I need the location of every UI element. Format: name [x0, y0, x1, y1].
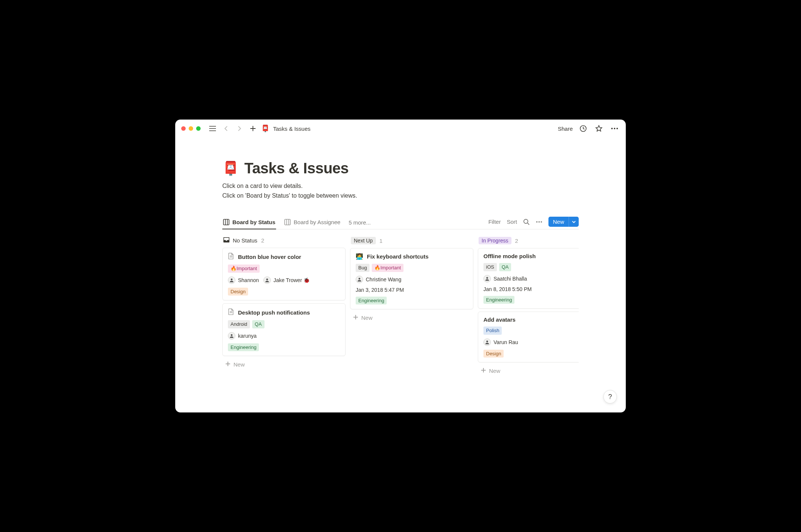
- svg-point-9: [616, 128, 618, 129]
- svg-point-27: [231, 334, 233, 336]
- close-window-button[interactable]: [181, 126, 186, 131]
- tag: 🔥Important: [372, 264, 403, 272]
- card-tags: 🔥Important: [228, 265, 340, 273]
- page-icon[interactable]: 📮: [222, 161, 239, 176]
- card-people: Saatchi Bhalla: [483, 275, 579, 282]
- person: Jake Trower 🐞: [263, 276, 310, 284]
- board-card[interactable]: Add avatarsPolishVarun RauDesign: [478, 312, 579, 362]
- avatar: [483, 338, 491, 346]
- card-title: Button blue hover color: [238, 254, 301, 260]
- person-name: Varun Rau: [494, 339, 518, 345]
- tag: Engineering: [483, 296, 514, 304]
- person-name: Christine Wang: [366, 276, 401, 282]
- board-card[interactable]: Button blue hover color🔥ImportantShannon…: [222, 248, 346, 300]
- view-tab-board-status[interactable]: Board by Status: [222, 216, 276, 229]
- new-card-button[interactable]: New: [478, 365, 579, 376]
- help-button[interactable]: ?: [603, 390, 617, 403]
- new-card-button[interactable]: New: [222, 359, 346, 370]
- card-date: Jan 8, 2018 5:50 PM: [483, 286, 579, 292]
- view-tab-label: Board by Assignee: [294, 219, 340, 225]
- card-tags: iOSQA: [483, 263, 579, 271]
- page-description-line[interactable]: Click on a card to view details.: [222, 181, 579, 191]
- sort-button[interactable]: Sort: [507, 219, 517, 225]
- maximize-window-button[interactable]: [196, 126, 201, 131]
- person: karunya: [228, 332, 257, 340]
- avatar: [263, 276, 271, 284]
- sidebar-toggle-button[interactable]: [207, 123, 218, 134]
- tag: QA: [252, 320, 265, 328]
- page-doc-icon: [228, 308, 234, 316]
- tag: Bug: [356, 264, 369, 272]
- new-card-label: New: [361, 315, 372, 321]
- breadcrumb-icon: 📮: [261, 124, 269, 133]
- card-title: Add avatars: [483, 316, 516, 323]
- page-title[interactable]: Tasks & Issues: [244, 160, 349, 177]
- share-button[interactable]: Share: [558, 126, 573, 132]
- tag: Engineering: [228, 343, 259, 352]
- app-window: 📮 Tasks & Issues Share 📮 Tasks & Issues …: [175, 120, 626, 412]
- tag: Engineering: [356, 297, 387, 305]
- svg-point-8: [614, 128, 615, 129]
- view-controls: Filter Sort New: [488, 217, 579, 227]
- column-header[interactable]: No Status2: [222, 237, 346, 244]
- column-count: 1: [380, 238, 383, 244]
- svg-point-16: [524, 219, 528, 223]
- card-title: Offline mode polish: [483, 253, 536, 259]
- view-tab-label: Board by Status: [232, 219, 275, 225]
- nav-forward-button[interactable]: [234, 123, 245, 134]
- card-tags: Polish: [483, 327, 579, 335]
- view-tab-board-assignee[interactable]: Board by Assignee: [284, 216, 341, 229]
- plus-icon: [481, 368, 486, 374]
- tag: Polish: [483, 327, 502, 335]
- board-card[interactable]: 👩‍💻Fix keyboard shortcutsBug🔥ImportantCh…: [350, 248, 473, 309]
- new-page-button[interactable]: [248, 123, 258, 134]
- column-header[interactable]: Next Up1: [350, 237, 473, 244]
- page-doc-icon: [228, 253, 234, 261]
- card-people: karunya: [228, 332, 340, 340]
- page-header: 📮 Tasks & Issues Click on a card to view…: [222, 137, 579, 207]
- board-icon: [223, 219, 229, 225]
- nav-back-button[interactable]: [221, 123, 231, 134]
- tag: 🔥Important: [228, 265, 260, 273]
- view-options-icon[interactable]: [536, 221, 542, 223]
- card-date: Jan 3, 2018 5:47 PM: [356, 287, 468, 293]
- svg-point-23: [231, 278, 233, 280]
- column-header[interactable]: In Progress2: [478, 237, 579, 244]
- board-card[interactable]: Offline mode polishiOSQASaatchi BhallaJa…: [478, 248, 579, 309]
- search-icon[interactable]: [523, 219, 530, 225]
- view-more-button[interactable]: 5 more...: [349, 219, 371, 226]
- updates-icon[interactable]: [578, 123, 588, 134]
- board-column: No Status2Button blue hover color🔥Import…: [222, 237, 346, 376]
- card-title: Fix keyboard shortcuts: [367, 253, 429, 260]
- new-button-dropdown[interactable]: [569, 217, 579, 227]
- favorite-icon[interactable]: [594, 123, 604, 134]
- person: Christine Wang: [356, 276, 401, 283]
- avatar: [356, 276, 363, 283]
- svg-point-20: [541, 221, 542, 223]
- card-bottom-tags: Design: [483, 350, 579, 358]
- new-button[interactable]: New: [548, 217, 569, 227]
- board-column: In Progress2Offline mode polishiOSQASaat…: [478, 237, 579, 376]
- avatar: [228, 276, 235, 284]
- svg-point-33: [486, 277, 488, 279]
- svg-rect-10: [223, 219, 229, 225]
- card-bottom-tags: Engineering: [228, 343, 340, 352]
- card-people: Christine Wang: [356, 276, 468, 283]
- more-icon[interactable]: [609, 123, 620, 134]
- svg-point-19: [538, 221, 540, 223]
- filter-button[interactable]: Filter: [488, 219, 501, 225]
- person: Shannon: [228, 276, 259, 284]
- svg-rect-13: [285, 219, 290, 225]
- new-button-group: New: [548, 217, 579, 227]
- avatar: [228, 332, 235, 340]
- board-card[interactable]: Desktop push notificationsAndroidQAkarun…: [222, 303, 346, 356]
- page-description-line[interactable]: Click on 'Board by Status' to toggle bet…: [222, 191, 579, 201]
- person-name: Jake Trower 🐞: [273, 277, 310, 283]
- board: No Status2Button blue hover color🔥Import…: [222, 237, 579, 376]
- titlebar: 📮 Tasks & Issues Share: [175, 120, 626, 137]
- new-card-button[interactable]: New: [350, 312, 473, 323]
- card-tags: Bug🔥Important: [356, 264, 468, 272]
- minimize-window-button[interactable]: [189, 126, 193, 131]
- chevron-down-icon: [572, 220, 576, 223]
- breadcrumb-title[interactable]: Tasks & Issues: [273, 126, 310, 132]
